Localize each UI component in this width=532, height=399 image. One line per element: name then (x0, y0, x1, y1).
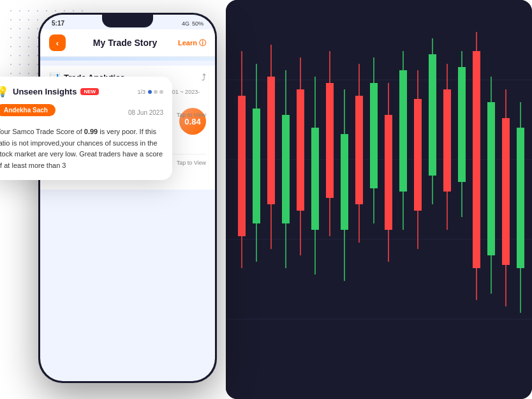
share-icon[interactable]: ⤴ (202, 72, 206, 82)
svg-rect-40 (487, 102, 495, 255)
svg-rect-38 (473, 51, 480, 268)
learn-label: Learn (178, 39, 197, 47)
svg-rect-12 (282, 115, 290, 223)
svg-rect-24 (370, 83, 378, 188)
svg-rect-16 (311, 128, 319, 230)
tap-to-view-label: Tap to View (177, 112, 206, 118)
candlestick-svg (226, 0, 532, 399)
svg-rect-22 (355, 96, 363, 204)
svg-rect-44 (517, 128, 524, 268)
svg-rect-8 (253, 109, 260, 223)
candlestick-chart-area (226, 0, 532, 399)
svg-rect-18 (326, 83, 334, 198)
pagination-indicator: 1/3 (137, 89, 163, 95)
insight-date: 08 Jun 2023 (128, 109, 163, 116)
svg-rect-34 (443, 89, 451, 192)
svg-rect-14 (297, 89, 304, 211)
insight-title: Unseen Insights (13, 87, 77, 96)
info-icon: ⓘ (199, 38, 206, 48)
svg-rect-20 (341, 134, 348, 230)
strike-tap-view: Tap to View (177, 160, 206, 167)
svg-rect-10 (267, 77, 275, 204)
svg-rect-32 (429, 54, 436, 176)
svg-rect-42 (502, 118, 510, 265)
nav-bar: ‹ My Trade Story Learn ⓘ (40, 29, 215, 57)
svg-rect-6 (238, 96, 246, 236)
dot-3 (159, 90, 163, 94)
andekha-badge: Andekha Sach (0, 104, 55, 116)
svg-rect-36 (458, 67, 466, 182)
phone-notch (102, 15, 153, 27)
dot-1 (148, 90, 152, 94)
back-button[interactable]: ‹ (49, 34, 66, 51)
dot-indicator (148, 90, 163, 94)
back-icon: ‹ (56, 38, 59, 48)
svg-rect-26 (385, 115, 392, 230)
highlight-band (40, 57, 215, 61)
new-badge: NEW (80, 88, 99, 95)
status-time: 5:17 (52, 20, 64, 27)
battery-indicator: 50% (192, 20, 203, 27)
svg-rect-30 (414, 99, 422, 211)
bulb-icon: 💡 (0, 86, 9, 98)
insight-card: 💡 Unseen Insights NEW 1/3 Andekha Sach 0… (0, 77, 172, 180)
network-indicator: 4G (182, 20, 189, 27)
learn-button[interactable]: Learn ⓘ (178, 38, 206, 48)
page-title: My Trade Story (72, 38, 178, 48)
phone-mockup: 5:17 4G 50% ‹ My Trade Story Learn ⓘ 📊 (38, 13, 217, 383)
dot-2 (154, 90, 158, 94)
insight-body: Your Samco Trade Score of 0.99 is very p… (0, 126, 163, 171)
svg-rect-28 (399, 70, 407, 192)
status-indicators: 4G 50% (182, 20, 203, 27)
